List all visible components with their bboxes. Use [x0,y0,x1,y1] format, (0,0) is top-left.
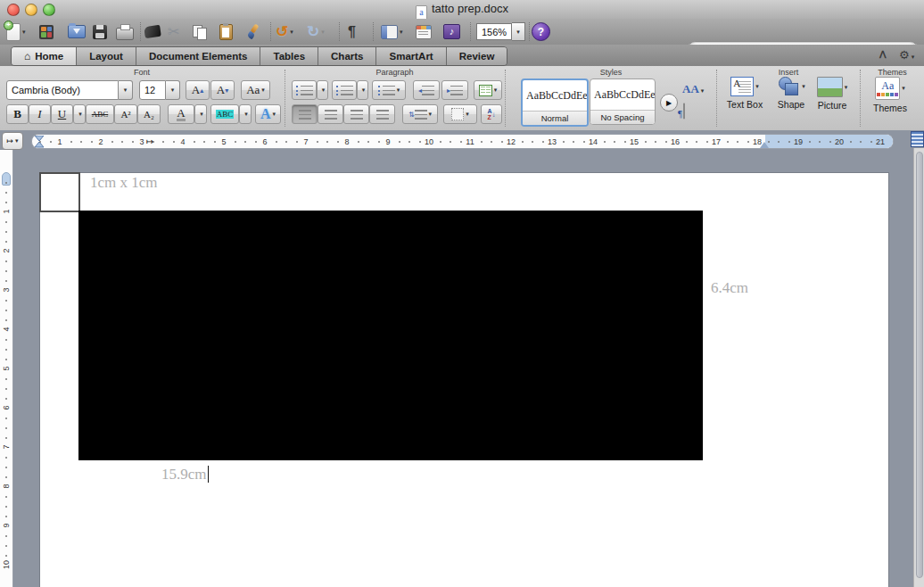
toolbox-icon [416,25,432,39]
superscript-button[interactable]: A² [114,104,137,124]
hruler-number: 7 [303,137,308,146]
vruler-tick [5,231,7,233]
save-button[interactable] [93,21,107,42]
vruler-tick [5,182,7,184]
ruler-toggle-icon[interactable] [911,131,924,147]
highlight-dropdown[interactable]: ▾ [239,104,252,124]
decrease-indent-button[interactable]: ◂ [413,80,440,100]
show-formatting-button[interactable]: ¶ [348,21,356,42]
width-label: 15.9cm [161,466,209,484]
toolbox-button[interactable] [416,21,432,42]
styles-pane-button[interactable] [683,103,685,120]
tab-layout[interactable]: Layout [77,47,136,65]
underline-dropdown[interactable]: ▾ [73,104,86,124]
multilevel-list-button[interactable]: ▾ [372,80,406,100]
vertical-scrollbar[interactable] [913,148,924,587]
numbering-button[interactable] [332,80,357,100]
justify-button[interactable] [369,104,395,124]
insert-shape-button[interactable]: ▾ Shape [769,77,813,110]
zoom-value-field[interactable]: 156% [476,23,512,40]
tab-home[interactable]: ⌂Home [12,47,77,65]
style-normal[interactable]: AaBbCcDdEe Normal [521,79,589,127]
tab-tables[interactable]: Tables [260,47,318,65]
hruler-tick [285,141,287,143]
calibration-square[interactable] [39,172,80,212]
format-brush-button[interactable] [246,21,261,42]
ribbon-settings-button[interactable]: ⚙▾ [899,48,914,62]
document-proxy-icon[interactable]: a [416,5,427,20]
italic-button[interactable]: I [29,104,51,124]
hruler-tick [70,141,72,143]
change-case-button[interactable]: Aa▾ [241,80,270,100]
tab-document-elements[interactable]: Document Elements [136,47,261,65]
align-center-button[interactable] [318,104,343,124]
horizontal-ruler[interactable]: ↦ 123456789101112131415161718192021 [31,134,894,149]
media-browser-button[interactable]: ♪ [443,21,460,42]
cut-button[interactable]: ✂ [168,21,179,42]
sidebar-button[interactable]: ▾ [381,21,403,42]
style-no-spacing[interactable]: AaBbCcDdEe No Spacing [590,79,656,125]
redo-icon: ↻ [307,22,319,41]
hruler-tick [235,141,236,143]
styles-expand-button[interactable]: ▶ [660,94,678,112]
font-size-dropdown[interactable]: ▾ [166,80,180,100]
copy-button[interactable] [193,21,207,42]
collapse-ribbon-button[interactable]: ᐱ [879,49,887,61]
tab-charts[interactable]: Charts [318,47,376,65]
paste-button[interactable] [219,21,233,42]
redo-button[interactable]: ↻▾ [307,21,325,42]
insert-text-box-button[interactable]: A▾ Text Box [722,77,767,110]
numbering-dropdown[interactable]: ▾ [357,80,368,100]
tab-stop-selector-button[interactable]: ↦▾ [2,132,23,150]
grow-font-button[interactable]: A▴ [186,80,210,100]
square-size-label: 1cm x 1cm [90,174,158,192]
scrollbar-thumb[interactable] [916,152,923,578]
up-down-arrow-icon: ⇅ [408,111,415,119]
tab-smartart[interactable]: SmartArt [376,47,446,65]
hruler-tick [440,141,441,143]
bullets-dropdown[interactable]: ▾ [317,80,328,100]
strikethrough-button[interactable]: ABC [86,104,114,124]
hruler-tick [686,141,688,143]
increase-indent-button[interactable]: ▸ [441,80,468,100]
themes-button[interactable]: Aa ▾ Themes [870,77,911,113]
document-gallery-button[interactable] [39,21,54,42]
shrink-font-button[interactable]: A▾ [210,80,235,100]
vertical-ruler[interactable]: 12345678910 [0,150,13,587]
print-button[interactable] [116,21,134,42]
paste-icon [219,24,233,40]
sort-button[interactable]: AZ↓ [481,104,502,124]
columns-button[interactable]: ▾ [474,80,502,100]
format-painter-button[interactable] [144,21,161,42]
hruler-tick [614,141,615,143]
open-button[interactable] [68,21,86,42]
undo-button[interactable]: ↺▾ [276,21,293,42]
black-rectangle[interactable] [78,211,703,460]
font-name-select[interactable]: Cambria (Body) [6,80,119,100]
styles-pane-icon [683,103,685,120]
new-document-button[interactable]: +▾ [6,21,26,42]
hruler-tick [645,141,647,143]
vruler-number: 4 [2,327,11,331]
insert-picture-button[interactable]: ▾ Picture [810,77,854,111]
zoom-dropdown-button[interactable]: ▾ [512,22,525,41]
text-effects-button[interactable]: A▾ [255,104,281,124]
font-size-select[interactable]: 12 [139,80,166,100]
font-color-button[interactable]: A [168,104,194,124]
align-left-button[interactable] [292,104,318,124]
bullets-button[interactable] [292,80,317,100]
borders-button[interactable]: ▾ [443,104,477,124]
print-icon [116,28,134,40]
tab-review[interactable]: Review [447,47,507,65]
bold-button[interactable]: B [6,104,29,124]
help-button[interactable]: ? [532,21,550,42]
subscript-button[interactable]: A₂ [137,104,161,124]
font-color-dropdown[interactable]: ▾ [194,104,207,124]
highlight-button[interactable]: ABC [210,104,239,124]
font-name-dropdown[interactable]: ▾ [119,80,133,100]
document-page[interactable]: 1cm x 1cm 6.4cm 15.9cm [39,172,889,587]
line-spacing-button[interactable]: ⇅▾ [402,104,438,124]
change-styles-button[interactable]: AA▾ [682,80,704,96]
underline-button[interactable]: U [51,104,73,124]
align-right-button[interactable] [343,104,369,124]
